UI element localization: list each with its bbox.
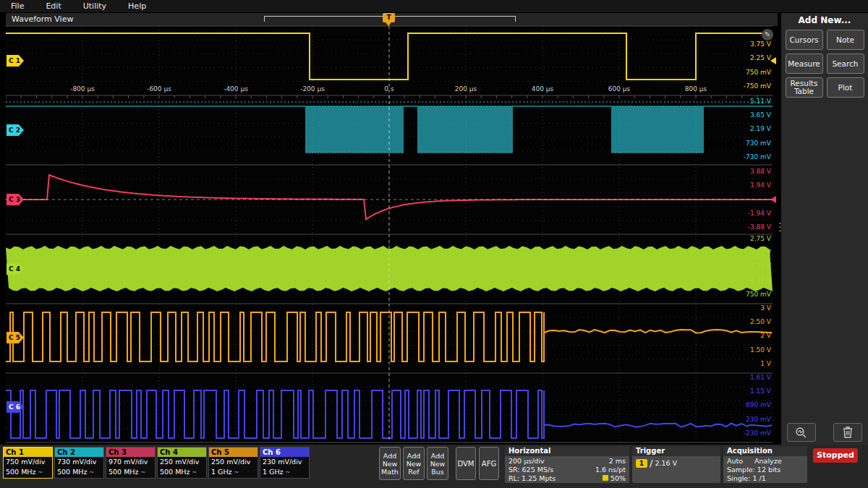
scale-label-ch2: 5.11 V bbox=[750, 98, 771, 105]
add-new-plot-button[interactable]: Plot bbox=[827, 77, 864, 98]
delete-button[interactable] bbox=[833, 423, 862, 442]
trigger-panel[interactable]: Trigger 1 / 2.16 V bbox=[632, 446, 720, 483]
horizontal-scale: 200 µs/div bbox=[509, 457, 545, 466]
menu-help[interactable]: Help bbox=[117, 0, 157, 12]
acquisition-panel[interactable]: Acquisition Auto Analyze Sample: 12 bits… bbox=[723, 446, 807, 483]
horizontal-record-length: RL: 1.25 Mpts bbox=[509, 474, 556, 483]
trigger-level: 2.16 V bbox=[655, 459, 677, 468]
channel-name: Ch 3 bbox=[106, 448, 155, 457]
channel-bandwidth: 500 MHz ~ bbox=[106, 467, 155, 478]
add-new-math-button[interactable]: Add New Math bbox=[379, 447, 401, 480]
acquisition-title: Acquisition bbox=[723, 446, 807, 456]
horizontal-panel[interactable]: Horizontal 200 µs/div 2 ms SR: 625 MS/s … bbox=[505, 446, 629, 483]
scale-label-ch4: 2.25 V bbox=[750, 249, 771, 256]
add-new-search-button[interactable]: Search bbox=[827, 53, 864, 74]
time-axis-label: 0 s bbox=[369, 85, 409, 93]
menu-file[interactable]: File bbox=[0, 0, 35, 12]
panel-resize-handle[interactable]: ⋮ bbox=[775, 221, 786, 234]
channel-badge-6[interactable]: Ch 6230 mV/div1 GHz ~ bbox=[260, 447, 310, 479]
time-axis-label: 800 µs bbox=[676, 85, 716, 93]
add-new-bus-button[interactable]: Add New Bus bbox=[427, 447, 448, 480]
time-axis-label: 200 µs bbox=[446, 85, 486, 93]
zoom-search-button[interactable] bbox=[787, 423, 816, 442]
add-new-results-table-button[interactable]: Results Table bbox=[786, 77, 823, 98]
channel-scale: 730 mV/div bbox=[55, 457, 103, 467]
add-new-title: Add New... bbox=[781, 13, 868, 25]
add-new-cursors-button[interactable]: Cursors bbox=[786, 30, 823, 50]
scale-label-ch5: 2.50 V bbox=[750, 318, 771, 325]
panel-tools bbox=[781, 423, 868, 442]
channel-scale: 250 mV/div bbox=[209, 457, 258, 467]
add-new-ref-button[interactable]: Add New Ref bbox=[403, 447, 425, 480]
scale-label-ch2: 3.65 V bbox=[750, 111, 771, 119]
time-axis-label: -400 µs bbox=[216, 85, 256, 93]
add-new-note-button[interactable]: Note bbox=[827, 30, 864, 50]
scale-label-ch1: -750 mV bbox=[744, 82, 771, 90]
menu-edit[interactable]: Edit bbox=[35, 0, 72, 12]
scale-label-ch4: 1.25 V bbox=[750, 277, 771, 284]
add-new-measure-button[interactable]: Measure bbox=[786, 53, 823, 74]
channel-badge-4[interactable]: Ch 4250 mV/div500 MHz ~ bbox=[157, 447, 207, 479]
menu-utility[interactable]: Utility bbox=[72, 0, 117, 12]
channel-scale: 970 mV/div bbox=[106, 457, 155, 467]
bandwidth-limit-icon: ~ bbox=[141, 469, 146, 476]
channel-bandwidth: 1 GHz ~ bbox=[209, 467, 258, 478]
time-axis-label: 400 µs bbox=[522, 85, 563, 93]
acquisition-status-badge: Stopped bbox=[813, 448, 858, 463]
trigger-position-arrow-icon bbox=[386, 22, 391, 26]
scale-label-ch4: 2.75 V bbox=[750, 235, 771, 242]
scale-label-ch2: -730 mV bbox=[744, 153, 771, 160]
scale-label-ch4: 750 mV bbox=[746, 291, 771, 298]
trigger-position-marker[interactable]: T bbox=[383, 13, 395, 22]
scale-label-ch5: 1.50 V bbox=[750, 346, 771, 354]
channel-bandwidth: 500 MHz ~ bbox=[55, 467, 103, 478]
bandwidth-limit-icon: ~ bbox=[234, 469, 239, 476]
channel-name: Ch 2 bbox=[55, 448, 103, 457]
channel-badge-2[interactable]: Ch 2730 mV/div500 MHz ~ bbox=[54, 447, 104, 479]
channel-bandwidth: 500 MHz ~ bbox=[158, 467, 206, 478]
menu-bar: FileEditUtilityHelp bbox=[0, 0, 868, 12]
trash-icon bbox=[842, 426, 854, 439]
scale-label-ch1: 750 mV bbox=[746, 69, 771, 76]
time-axis-label: -600 µs bbox=[139, 85, 179, 93]
afg-button[interactable]: AFG bbox=[479, 447, 499, 480]
channel-bandwidth: 500 MHz ~ bbox=[4, 467, 52, 478]
ch3-zero-arrow-icon[interactable] bbox=[770, 196, 776, 203]
channel-name: Ch 6 bbox=[260, 448, 309, 457]
bandwidth-limit-icon: ~ bbox=[192, 469, 197, 476]
channel-badge-5[interactable]: Ch 5250 mV/div1 GHz ~ bbox=[208, 447, 258, 479]
acquisition-analyze: Analyze bbox=[754, 457, 781, 466]
dvm-button[interactable]: DVM bbox=[456, 447, 476, 480]
edit-icon[interactable]: ✎ bbox=[762, 29, 773, 40]
scale-label-ch2: 730 mV bbox=[746, 140, 771, 147]
horizontal-per-point: 1.6 ns/pt bbox=[595, 466, 626, 474]
scale-label-ch5: 3 V bbox=[760, 304, 771, 312]
bandwidth-limit-icon: ~ bbox=[286, 469, 291, 476]
scale-label-ch5: 1 V bbox=[760, 360, 771, 367]
results-bar: Add New... CursorsNoteMeasureSearchResul… bbox=[781, 13, 868, 445]
horizontal-title: Horizontal bbox=[505, 446, 629, 456]
trigger-slope-icon: / bbox=[650, 459, 652, 468]
waveform-display[interactable] bbox=[6, 13, 773, 444]
acquisition-mode: Auto bbox=[727, 457, 743, 466]
scale-label-ch6: 1.15 V bbox=[750, 388, 771, 395]
trigger-source-badge: 1 bbox=[636, 459, 647, 468]
trigger-level-arrow-icon[interactable] bbox=[770, 57, 776, 64]
scale-label-ch3: -1.94 V bbox=[748, 210, 771, 217]
channel-badge-3[interactable]: Ch 3970 mV/div500 MHz ~ bbox=[106, 447, 156, 479]
channel-name: Ch 4 bbox=[158, 448, 206, 457]
scale-label-ch6: 690 mV bbox=[746, 401, 771, 408]
channel-scale: 250 mV/div bbox=[158, 457, 206, 467]
scale-label-ch6: 230 mV bbox=[746, 416, 771, 423]
time-axis-label: -800 µs bbox=[62, 85, 103, 93]
scale-label-ch3: 1.94 V bbox=[750, 181, 771, 189]
channel-badge-1[interactable]: Ch 1750 mV/div500 MHz ~ bbox=[3, 447, 53, 479]
acquisition-sample: Sample: 12 bits bbox=[727, 466, 780, 474]
horizontal-position: 50% bbox=[610, 474, 626, 482]
channel-name: Ch 5 bbox=[209, 448, 258, 457]
scale-label-ch3: 3.88 V bbox=[750, 168, 771, 175]
settings-bar: Ch 1750 mV/div500 MHz ~Ch 2730 mV/div500… bbox=[0, 445, 868, 488]
horizontal-window: 2 ms bbox=[609, 457, 626, 466]
scale-label-ch5: 2 V bbox=[760, 332, 771, 339]
scale-label-ch3: -3.88 V bbox=[748, 223, 771, 231]
